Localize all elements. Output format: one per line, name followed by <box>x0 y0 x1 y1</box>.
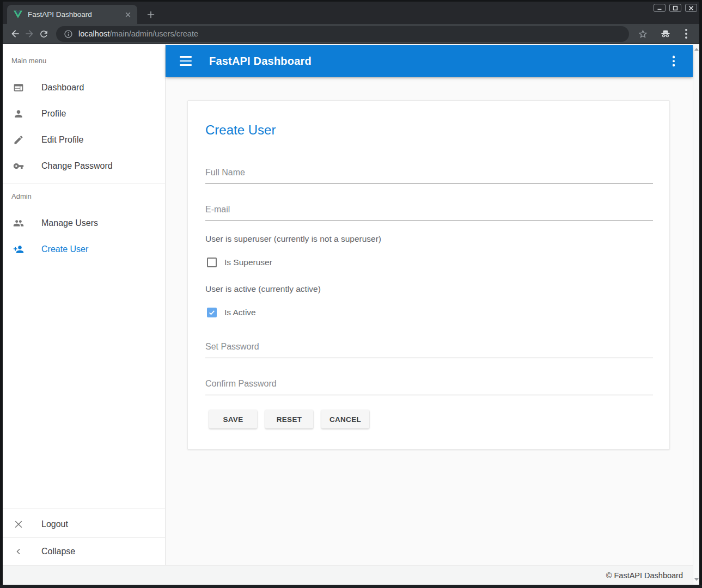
sidebar-item-collapse[interactable]: Collapse <box>3 538 165 565</box>
page-title: Create User <box>205 122 276 138</box>
page-footer: © FastAPI Dashboard <box>3 565 693 585</box>
is-superuser-label: Is Superuser <box>224 258 272 267</box>
url-path: /main/admin/users/create <box>109 29 198 38</box>
sidebar: Main menu Dashboard Profile Edit Profile… <box>3 44 166 565</box>
email-input[interactable] <box>205 201 653 221</box>
sidebar-divider <box>3 508 165 509</box>
email-field-wrap <box>205 201 653 221</box>
person-add-icon <box>13 244 24 255</box>
sidebar-section-main-menu: Main menu <box>11 57 46 65</box>
confirm-password-input[interactable] <box>205 376 653 395</box>
tab-close-icon[interactable] <box>123 10 133 20</box>
sidebar-section-admin: Admin <box>11 192 32 200</box>
window-controls <box>654 4 697 12</box>
is-active-checkbox[interactable] <box>207 308 217 317</box>
create-user-card: Create User User is superuser (currently… <box>187 100 670 450</box>
is-superuser-checkbox-row[interactable]: Is Superuser <box>207 257 272 268</box>
main-content: FastAPI Dashboard Create User User is su… <box>166 44 693 565</box>
copyright-text: © FastAPI Dashboard <box>606 571 683 580</box>
is-active-label: Is Active <box>224 308 256 317</box>
active-note: User is active (currently active) <box>205 284 321 294</box>
edit-pencil-icon <box>13 134 24 145</box>
window-close-button[interactable] <box>685 4 697 12</box>
sidebar-item-change-password[interactable]: Change Password <box>3 153 165 179</box>
app-title: FastAPI Dashboard <box>209 55 312 68</box>
browser-menu-icon[interactable] <box>681 28 691 40</box>
reload-icon[interactable] <box>36 27 51 41</box>
window-minimize-button[interactable] <box>654 4 666 12</box>
cancel-button[interactable]: CANCEL <box>321 410 369 428</box>
close-x-icon <box>13 519 24 530</box>
url-text: localhost/main/admin/users/create <box>78 29 198 38</box>
sidebar-item-label: Collapse <box>41 547 75 556</box>
sidebar-item-profile[interactable]: Profile <box>3 101 165 127</box>
form-buttons: SAVE RESET CANCEL <box>209 410 369 428</box>
sidebar-item-create-user[interactable]: Create User <box>3 236 165 262</box>
window-border-top <box>0 0 702 2</box>
page-scrollbar[interactable] <box>693 44 699 585</box>
tab-title: FastAPI Dashboard <box>28 10 123 19</box>
is-superuser-checkbox[interactable] <box>207 258 217 267</box>
sidebar-item-label: Logout <box>41 519 68 529</box>
window-border-right <box>699 0 702 588</box>
sidebar-item-label: Create User <box>41 244 88 254</box>
vue-logo-icon <box>14 10 22 19</box>
browser-window: FastAPI Dashboard <box>0 0 702 588</box>
sidebar-item-logout[interactable]: Logout <box>3 511 165 537</box>
person-icon <box>13 108 24 119</box>
app-menu-icon[interactable] <box>673 56 675 66</box>
browser-titlebar: FastAPI Dashboard <box>0 0 702 24</box>
site-info-icon[interactable] <box>64 29 73 39</box>
sidebar-divider <box>3 183 165 184</box>
address-bar[interactable]: localhost/main/admin/users/create <box>56 26 629 42</box>
hamburger-menu-icon[interactable] <box>180 56 192 66</box>
url-host: localhost <box>78 29 109 38</box>
sidebar-item-label: Profile <box>41 109 66 119</box>
full-name-field-wrap <box>205 164 653 184</box>
set-password-field-wrap <box>205 339 653 358</box>
bookmark-star-icon[interactable] <box>636 27 650 41</box>
sidebar-divider <box>3 537 165 538</box>
window-border-bottom <box>0 585 702 588</box>
confirm-password-field-wrap <box>205 376 653 395</box>
back-icon[interactable] <box>8 27 22 41</box>
sidebar-item-label: Manage Users <box>41 218 98 228</box>
sidebar-item-manage-users[interactable]: Manage Users <box>3 210 165 236</box>
chevron-left-icon <box>13 546 24 557</box>
sidebar-item-label: Edit Profile <box>41 135 83 145</box>
app-toolbar: FastAPI Dashboard <box>166 45 693 77</box>
sidebar-item-label: Dashboard <box>41 83 84 93</box>
scroll-down-arrow-icon[interactable] <box>694 578 699 581</box>
window-maximize-button[interactable] <box>669 4 681 12</box>
forward-icon[interactable] <box>22 27 36 41</box>
toolbar-right <box>636 27 691 41</box>
sidebar-item-edit-profile[interactable]: Edit Profile <box>3 127 165 153</box>
people-icon <box>13 218 24 229</box>
browser-toolbar: localhost/main/admin/users/create <box>0 24 702 44</box>
reset-button[interactable]: RESET <box>265 410 313 428</box>
full-name-input[interactable] <box>205 164 653 184</box>
incognito-icon <box>658 27 673 41</box>
key-icon <box>13 161 24 171</box>
sidebar-item-dashboard[interactable]: Dashboard <box>3 75 165 101</box>
set-password-input[interactable] <box>205 339 653 358</box>
superuser-note: User is superuser (currently is not a su… <box>205 234 381 244</box>
window-border-left <box>0 0 3 588</box>
new-tab-button[interactable] <box>143 7 158 22</box>
browser-tab[interactable]: FastAPI Dashboard <box>7 5 137 24</box>
sidebar-item-label: Change Password <box>41 161 113 171</box>
save-button[interactable]: SAVE <box>209 410 257 428</box>
dashboard-icon <box>13 82 24 93</box>
scroll-up-arrow-icon[interactable] <box>694 48 699 51</box>
is-active-checkbox-row[interactable]: Is Active <box>207 307 256 318</box>
